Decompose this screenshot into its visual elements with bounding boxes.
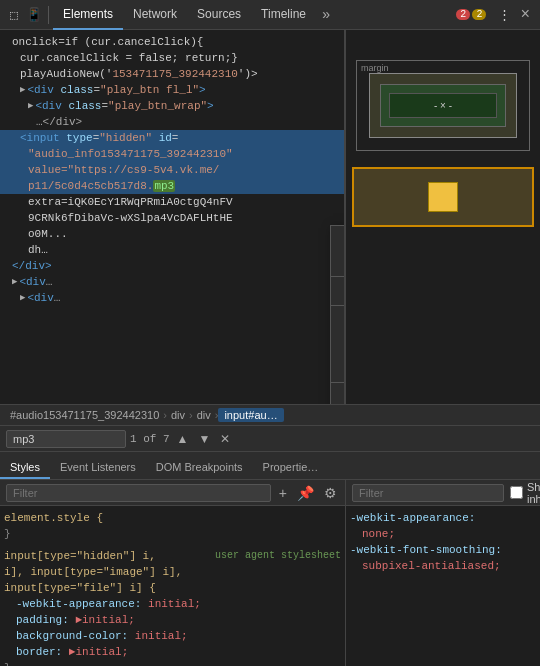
- menu-item-copy-xpath[interactable]: Copy XPath: [331, 356, 345, 380]
- code-line: ▶ <div class="play_btn_wrap">: [0, 98, 344, 114]
- dot-button[interactable]: ⚙: [322, 485, 339, 501]
- tab-elements[interactable]: Elements: [53, 0, 123, 30]
- css-rule-element-style: element.style { }: [4, 510, 341, 542]
- css-selector: i], input[type="image"] i],: [4, 566, 182, 578]
- code-line: ▶ <div class="play_btn fl_l">: [0, 82, 344, 98]
- code-text: </div>: [12, 258, 52, 274]
- tab-network[interactable]: Network: [123, 0, 187, 30]
- menu-item-add-attribute[interactable]: Add attribute: [331, 226, 345, 250]
- menu-item-cut[interactable]: Cut: [331, 385, 345, 404]
- margin-label: margin: [361, 63, 389, 73]
- more-tabs-button[interactable]: »: [316, 7, 336, 23]
- css-prop: padding:: [16, 614, 69, 626]
- search-count: 1 of 7: [130, 433, 170, 445]
- css-rule-input-hidden: user agent stylesheet input[type="hidden…: [4, 548, 341, 666]
- search-bar: 1 of 7 ▲ ▼ ✕: [0, 426, 540, 452]
- menu-item-force-state[interactable]: Force element state ▶: [331, 279, 345, 303]
- code-line-selected: "audio_info153471175_392442310": [0, 146, 344, 162]
- menu-separator: [331, 382, 345, 383]
- css-selector: element.style {: [4, 512, 103, 524]
- css-rule-close: }: [4, 528, 11, 540]
- code-text: 9CRNk6fDibaVc-wXSlpa4VcDAFLHtHE: [28, 210, 233, 226]
- menu-separator: [331, 276, 345, 277]
- code-text: p11/5c0d4c5cb517d8.mp3: [28, 178, 175, 194]
- code-text: <div…: [19, 274, 52, 290]
- inspect-icon[interactable]: ⬚: [4, 5, 24, 25]
- code-line: </div>: [0, 258, 344, 274]
- collapse-arrow[interactable]: ▶: [20, 82, 25, 98]
- box-model-placeholder: margin - × -: [346, 50, 540, 161]
- collapse-arrow[interactable]: ▶: [20, 290, 25, 306]
- code-line-selected: <input type="hidden" id=: [0, 130, 344, 146]
- css-rule-webkit: -webkit-appearance: none; -webkit-font-s…: [350, 510, 536, 574]
- box-model-margin: margin - × -: [356, 60, 530, 151]
- tabs-bar: Styles Event Listeners DOM Breakpoints P…: [0, 452, 540, 480]
- toolbar: ⬚ 📱 Elements Network Sources Timeline » …: [0, 0, 540, 30]
- context-menu: Add attribute Edit attribute Force eleme…: [330, 225, 345, 404]
- search-prev-button[interactable]: ▲: [174, 432, 192, 446]
- breadcrumb-active-item[interactable]: input#au…: [218, 408, 283, 422]
- mobile-icon[interactable]: 📱: [24, 5, 44, 25]
- breadcrumb-item[interactable]: #audio153471175_392442310: [6, 409, 163, 421]
- css-props: -webkit-appearance: initial; padding: ►i…: [16, 596, 341, 660]
- code-line: 9CRNk6fDibaVc-wXSlpa4VcDAFLHtHE: [0, 210, 344, 226]
- breadcrumb: #audio153471175_392442310 › div › div › …: [0, 404, 540, 426]
- search-close-button[interactable]: ✕: [217, 432, 233, 446]
- code-line: playAudioNew('153471175_392442310')>: [0, 66, 344, 82]
- code-line: dh…: [0, 242, 344, 258]
- right-filter-input[interactable]: [352, 484, 504, 502]
- warn-badge: 2: [472, 9, 486, 20]
- css-val: initial;: [135, 630, 188, 642]
- search-input[interactable]: [6, 430, 126, 448]
- show-inherited-label[interactable]: Show inherited: [510, 481, 540, 505]
- code-text: o0M...: [28, 226, 68, 242]
- search-next-button[interactable]: ▼: [196, 432, 214, 446]
- menu-item-copy-css[interactable]: Copy CSS path: [331, 332, 345, 356]
- css-prop: -webkit-font-smoothing:: [350, 544, 502, 556]
- tab-sources[interactable]: Sources: [187, 0, 251, 30]
- element-color-box: [428, 182, 458, 212]
- css-rule-close: }: [4, 662, 11, 666]
- code-line-selected: p11/5c0d4c5cb517d8.mp3: [0, 178, 344, 194]
- css-prop: -webkit-appearance:: [350, 512, 475, 524]
- css-rules-content: element.style { } user agent stylesheet …: [0, 506, 345, 666]
- tab-properties[interactable]: Propertie…: [253, 457, 329, 479]
- breadcrumb-item[interactable]: div: [193, 409, 215, 421]
- breadcrumb-item[interactable]: div: [167, 409, 189, 421]
- tab-event-listeners[interactable]: Event Listeners: [50, 457, 146, 479]
- menu-item-edit-attribute[interactable]: Edit attribute: [331, 250, 345, 274]
- code-text: cur.cancelClick = false; return;}: [20, 50, 238, 66]
- settings-icon[interactable]: ⋮: [494, 5, 514, 25]
- add-style-button[interactable]: +: [277, 485, 289, 501]
- element-preview: [352, 167, 534, 227]
- right-styles-panel: Show inherited -webkit-appearance: none;…: [345, 480, 540, 666]
- code-text: <div class="play_btn fl_l">: [27, 82, 205, 98]
- code-text: <input type="hidden" id=: [20, 130, 178, 146]
- code-line: extra=iQK0EcY1RWqPRmiA0ctgQ4nFV: [0, 194, 344, 210]
- collapse-arrow[interactable]: ▶: [28, 98, 33, 114]
- css-rules-panel: + 📌 ⚙ element.style { } user agent style…: [0, 480, 345, 666]
- styles-filter-input[interactable]: [6, 484, 271, 502]
- toolbar-separator: [48, 6, 49, 24]
- css-prop: background-color:: [16, 630, 128, 642]
- box-model-content: - × -: [389, 93, 497, 118]
- code-line: ▶ <div…: [0, 290, 344, 306]
- css-val: none;: [362, 528, 395, 540]
- menu-item-edit-html[interactable]: Edit as HTML: [331, 308, 345, 332]
- code-line: o0M...: [0, 226, 344, 242]
- css-prop: -webkit-appearance:: [16, 598, 141, 610]
- tab-styles[interactable]: Styles: [0, 457, 50, 479]
- code-line: ▶ <div…: [0, 274, 344, 290]
- tab-dom-breakpoints[interactable]: DOM Breakpoints: [146, 457, 253, 479]
- css-val: initial;: [148, 598, 201, 610]
- box-model-padding: - × -: [380, 84, 506, 127]
- show-inherited-checkbox[interactable]: [510, 486, 523, 499]
- right-panel: margin - × -: [345, 30, 540, 404]
- code-text: <div…: [27, 290, 60, 306]
- close-button[interactable]: ×: [514, 6, 536, 24]
- tab-timeline[interactable]: Timeline: [251, 0, 316, 30]
- collapse-arrow[interactable]: ▶: [12, 274, 17, 290]
- pin-button[interactable]: 📌: [295, 485, 316, 501]
- code-text: onclick=if (cur.cancelClick){: [12, 34, 203, 50]
- code-line: …</div>: [0, 114, 344, 130]
